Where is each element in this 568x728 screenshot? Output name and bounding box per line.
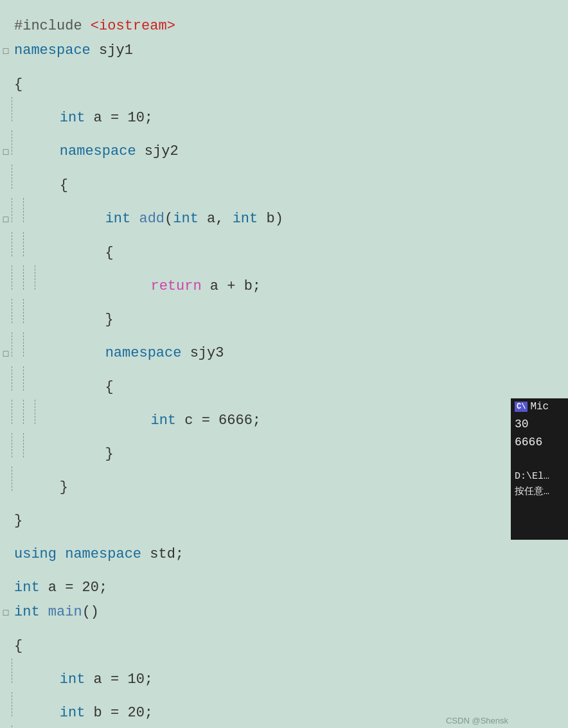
line-content-6: { [23,173,508,198]
fold-15 [0,466,12,491]
line-content-22: int b = 20; [23,701,508,725]
fold-16 [0,500,12,524]
terminal-title-bar: C\ Mic [515,401,564,413]
line-content-14: } [35,442,508,466]
line-content-10: } [35,308,508,332]
code-line-20: { [0,625,511,659]
main-container: #include <iostream> □ namespace sjy1 { i… [0,0,568,728]
line-content-12: { [35,375,508,400]
guide-9-3 [35,265,46,290]
fold-1 [0,5,12,30]
fold-18 [0,567,12,591]
fold-5: □ [0,140,12,164]
line-content-18: int a = 20; [12,576,508,600]
fold-3 [0,64,12,88]
code-line-6: { [0,164,511,198]
code-line-17: using namespace std; [0,533,511,567]
line-content-21: int a = 10; [23,668,508,692]
fold-6 [0,164,12,189]
guide-9-2 [23,265,35,290]
guide-8-2 [23,232,35,256]
fold-23 [0,725,12,728]
guide-13-2 [23,400,35,424]
guide-12-2 [23,366,35,391]
line-content-5: namespace sjy2 [23,139,508,164]
line-content-7: int add(int a, int b) [35,207,508,231]
line-content-9: return a + b; [46,274,508,299]
guide-13-1 [12,400,23,424]
guide-8-1 [12,232,23,256]
fold-4 [0,97,12,121]
guide-7-2 [23,198,35,222]
guide-7-1 [12,198,23,222]
line-content-19: int main() [12,600,508,625]
guide-5-1 [12,130,23,155]
terminal-title: Mic [530,401,549,413]
line-content-11: namespace sjy3 [35,341,508,366]
line-content-16: } [12,509,508,533]
line-content-4: int a = 10; [23,106,508,130]
guide-9-1 [12,265,23,290]
terminal-output: 30 6666 D:\El… 按任意… [515,415,564,500]
guide-22-1 [12,692,23,716]
guide-12-1 [12,366,23,391]
fold-21 [0,659,12,683]
terminal-line-4: D:\El… [515,469,564,484]
code-line-2: □ namespace sjy1 [0,39,511,64]
fold-10 [0,299,12,323]
code-line-8: { [0,232,511,265]
guide-13-3 [35,400,46,424]
guide-21-1 [12,659,23,683]
line-content-3: { [12,73,508,97]
fold-13 [0,400,12,424]
guide-23-1 [12,725,23,728]
code-line-15: } [0,466,511,500]
guide-11-1 [12,332,23,357]
terminal-line-2: 6666 [515,433,564,451]
code-line-16: } [0,500,511,533]
code-line-19: □ int main() [0,600,511,625]
guide-14-2 [23,433,35,457]
guide-10-2 [23,299,35,323]
fold-22 [0,692,12,716]
code-line-11: □ namespace sjy3 [0,332,511,366]
fold-9 [0,265,12,290]
guide-10-1 [12,299,23,323]
fold-14 [0,433,12,457]
code-line-23: printf("%d\n", sjy1::sjy2::add(a, b)); [0,725,511,728]
code-line-9: return a + b; [0,265,511,299]
terminal-line-5: 按任意… [515,484,564,500]
code-line-4: int a = 10; [0,97,511,130]
line-content-17: using namespace std; [12,542,508,567]
guide-15-1 [12,466,23,491]
fold-7: □ [0,208,12,232]
guide-11-2 [23,332,35,357]
fold-12 [0,366,12,391]
line-content-13: int c = 6666; [46,409,508,433]
terminal-line-1: 30 [515,415,564,433]
code-line-12: { [0,366,511,400]
code-line-10: } [0,299,511,332]
terminal-panel: C\ Mic 30 6666 D:\El… 按任意… [511,398,568,540]
code-line-5: □ namespace sjy2 [0,130,511,164]
fold-8 [0,232,12,256]
fold-2: □ [0,39,12,64]
code-line-1: #include <iostream> [0,5,511,39]
fold-20 [0,625,12,650]
line-content-2: namespace sjy1 [12,39,508,63]
code-line-14: } [0,433,511,466]
line-content-1: #include <iostream> [12,14,508,39]
guide-14-1 [12,433,23,457]
fold-19: □ [0,601,12,625]
code-line-3: { [0,64,511,97]
code-line-18: int a = 20; [0,567,511,600]
terminal-line-3 [515,451,564,469]
code-line-7: □ int add(int a, int b) [0,198,511,232]
terminal-icon: C\ [515,402,528,412]
fold-17 [0,533,12,558]
guide-4-1 [12,97,23,121]
line-content-8: { [35,241,508,265]
code-editor: #include <iostream> □ namespace sjy1 { i… [0,0,511,728]
line-content-15: } [23,475,508,500]
code-line-22: int b = 20; [0,692,511,725]
